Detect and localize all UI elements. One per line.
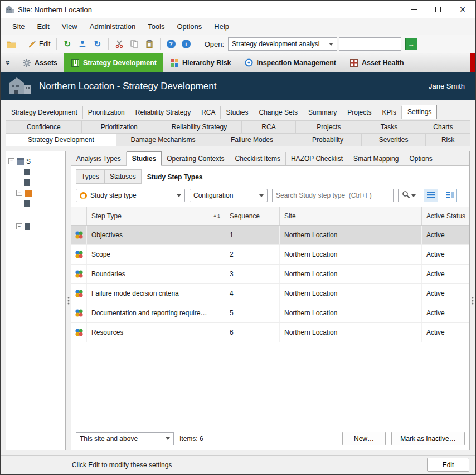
scissors-icon — [115, 40, 124, 48]
tab-operating-contexts[interactable]: Operating Contexts — [162, 152, 230, 165]
record-type-dropdown[interactable]: Study step type — [76, 189, 185, 202]
info-button[interactable]: i — [179, 37, 193, 51]
cut-button[interactable] — [113, 37, 126, 51]
tab-projects[interactable]: Projects — [342, 106, 377, 119]
tab-hazop-checklist[interactable]: HAZOP Checklist — [286, 152, 348, 165]
configuration-dropdown[interactable]: Configuration — [190, 189, 268, 202]
tree-splitter[interactable] — [66, 151, 71, 450]
paste-button[interactable] — [143, 37, 156, 51]
tree-node-root[interactable]: − S — [8, 156, 63, 167]
detail-view-button[interactable] — [443, 189, 457, 202]
close-button[interactable]: × — [450, 1, 475, 18]
tab-settings[interactable]: Settings — [402, 105, 437, 119]
tab-studies[interactable]: Studies — [221, 106, 254, 119]
new-button[interactable]: New… — [342, 432, 386, 445]
table-row[interactable]: Failure mode decision criteria 4 Norther… — [71, 284, 469, 303]
sync-button[interactable]: ↻ — [91, 37, 104, 51]
nav-item-hierarchy-risk[interactable]: Hierarchy Risk — [163, 53, 238, 72]
tab-statuses[interactable]: Statuses — [105, 169, 142, 184]
settings-tab-damage-mechanisms[interactable]: Damage Mechanisms — [116, 134, 210, 146]
tree-item-icon — [24, 169, 30, 175]
tab-change-sets[interactable]: Change Sets — [254, 106, 303, 119]
menu-edit[interactable]: Edit — [31, 20, 55, 33]
search-button[interactable] — [398, 189, 419, 202]
menu-administration[interactable]: Administration — [84, 20, 141, 33]
settings-tab-projects[interactable]: Projects — [296, 120, 362, 134]
column-header-site[interactable]: Site — [280, 207, 422, 225]
settings-tab-severities[interactable]: Severities — [362, 134, 426, 146]
assign-users-button[interactable] — [76, 37, 89, 51]
open-site-button[interactable] — [4, 37, 18, 51]
tab-reliability-strategy[interactable]: Reliability Strategy — [130, 106, 196, 119]
edit-button[interactable]: Edit — [26, 37, 52, 51]
go-button[interactable]: → — [405, 38, 417, 50]
settings-tab-prioritization[interactable]: Prioritization — [82, 120, 158, 134]
scope-dropdown[interactable]: This site and above — [76, 432, 174, 445]
column-header-icon[interactable] — [71, 207, 87, 225]
list-view-button[interactable] — [424, 189, 438, 202]
bottom-edit-button[interactable]: Edit — [427, 458, 469, 472]
tree-node[interactable] — [24, 198, 63, 209]
right-splitter[interactable] — [470, 151, 475, 450]
menu-help[interactable]: Help — [208, 20, 235, 33]
tab-checklist-items[interactable]: Checklist Items — [230, 152, 286, 165]
nav-item-assets[interactable]: Assets — [16, 53, 64, 72]
column-header-active-status[interactable]: Active Status — [422, 207, 469, 225]
menu-options[interactable]: Options — [172, 20, 208, 33]
tab-options[interactable]: Options — [404, 152, 438, 165]
minimize-button[interactable] — [401, 1, 426, 18]
table-row[interactable]: Scope 2 Northern Location Active — [71, 245, 469, 265]
column-header-sequence[interactable]: Sequence — [225, 207, 280, 225]
tree-node[interactable] — [24, 177, 63, 188]
nav-item-strategy-development[interactable]: Strategy Development — [64, 53, 163, 72]
quick-entry-input[interactable] — [339, 37, 401, 51]
asset-health-icon — [349, 58, 358, 67]
tab-rca[interactable]: RCA — [196, 106, 221, 119]
tab-kpis[interactable]: KPIs — [377, 106, 402, 119]
settings-tab-confidence[interactable]: Confidence — [6, 120, 82, 134]
help-button[interactable]: ? — [164, 37, 178, 51]
tab-analysis-types[interactable]: Analysis Types — [71, 152, 127, 165]
settings-tab-reliability-strategy[interactable]: Reliability Strategy — [157, 120, 242, 134]
menu-site[interactable]: Site — [7, 20, 30, 33]
open-analysis-dropdown[interactable]: Strategy development analysi — [228, 37, 337, 51]
settings-tab-strategy-development[interactable]: Strategy Development — [6, 134, 116, 146]
tree-node[interactable] — [24, 167, 63, 177]
settings-tab-row-1: Confidence Prioritization Reliability St… — [6, 120, 470, 134]
collapse-nav-button[interactable]: » — [1, 53, 16, 72]
settings-tab-rca[interactable]: RCA — [242, 120, 296, 134]
settings-tab-failure-modes[interactable]: Failure Modes — [210, 134, 294, 146]
tree-collapse-icon[interactable]: − — [16, 190, 22, 196]
tree-node[interactable]: − — [16, 188, 63, 198]
refresh-button[interactable]: ↻ — [61, 37, 74, 51]
tree-collapse-icon[interactable]: − — [8, 158, 14, 164]
tab-study-step-types[interactable]: Study Step Types — [142, 170, 208, 184]
tab-prioritization[interactable]: Prioritization — [83, 106, 130, 119]
search-input[interactable] — [272, 189, 394, 202]
table-row[interactable]: Boundaries 3 Northern Location Active — [71, 265, 469, 284]
app-window: Site: Northern Location × Site Edit View… — [0, 0, 476, 475]
tab-smart-mapping[interactable]: Smart Mapping — [348, 152, 404, 165]
settings-tab-tasks[interactable]: Tasks — [362, 120, 416, 134]
tree-node[interactable]: − — [16, 221, 63, 232]
tab-types[interactable]: Types — [76, 169, 105, 184]
settings-tab-charts[interactable]: Charts — [416, 120, 470, 134]
nav-item-inspection-management[interactable]: Inspection Management — [238, 53, 343, 72]
tab-studies-settings[interactable]: Studies — [127, 151, 162, 166]
settings-tab-risk[interactable]: Risk — [426, 134, 470, 146]
tree-collapse-icon[interactable]: − — [16, 223, 22, 229]
table-row[interactable]: Objectives 1 Northern Location Active — [71, 226, 469, 245]
copy-button[interactable] — [128, 37, 141, 51]
menu-view[interactable]: View — [56, 20, 83, 33]
table-row[interactable]: Resources 6 Northern Location Active — [71, 323, 469, 342]
scope-value: This site and above — [80, 435, 162, 443]
settings-tab-probability[interactable]: Probability — [294, 134, 362, 146]
nav-item-asset-health[interactable]: Asset Health — [343, 53, 411, 72]
menu-tools[interactable]: Tools — [142, 20, 170, 33]
table-row[interactable]: Documentation and reporting require… 5 N… — [71, 303, 469, 323]
tab-strategy-development[interactable]: Strategy Development — [6, 106, 83, 119]
column-header-step-type[interactable]: Step Type ▲1 — [87, 207, 225, 225]
mark-as-inactive-button[interactable]: Mark as Inactive… — [391, 432, 465, 445]
tab-summary[interactable]: Summary — [303, 106, 342, 119]
maximize-button[interactable] — [426, 1, 450, 18]
